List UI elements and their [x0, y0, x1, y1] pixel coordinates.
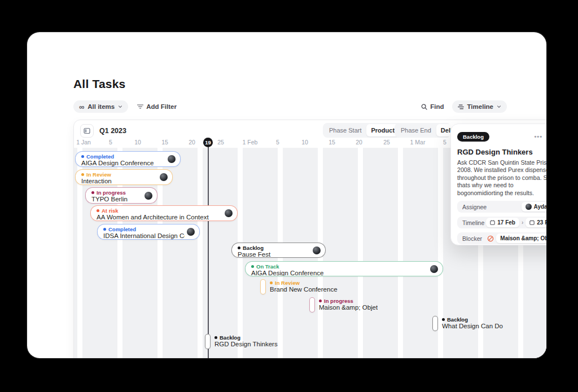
- task-title: AIGA Design Conference: [81, 160, 165, 167]
- today-marker[interactable]: 19: [203, 138, 213, 147]
- task-status: In progress: [319, 298, 378, 304]
- blocked-icon: [487, 235, 494, 242]
- milestone-task[interactable]: Backlog What Design Can Do: [432, 316, 503, 331]
- blocker-label: Blocker: [462, 235, 482, 242]
- ruler-tick: 25: [217, 139, 224, 146]
- screen: All Tasks ∞ All items Add Filter Find Ti…: [0, 0, 578, 392]
- task-title: RGD Design Thinkers: [214, 341, 278, 348]
- popup-description: Ask CDCR San Quintin State Prison 2008. …: [457, 159, 546, 197]
- timeline-start-date[interactable]: 17 Feb: [486, 218, 519, 227]
- chevron-down-icon: [497, 104, 501, 109]
- task-title: AIGA Design Conference: [251, 270, 428, 276]
- blocker-value[interactable]: Maison &amp; Objet: [496, 234, 546, 243]
- milestone-task[interactable]: In progress Maison &amp; Objet: [309, 297, 378, 312]
- add-filter-label: Add Filter: [146, 103, 177, 110]
- timeline-field: Timeline 17 Feb › 23 Feb: [457, 217, 546, 228]
- status-dot-icon: [442, 318, 445, 321]
- ruler-tick: 15: [329, 139, 335, 146]
- phase-end-dropdown[interactable]: Delivery Ta: [436, 124, 451, 136]
- page-title: All Tasks: [73, 77, 125, 91]
- task-detail-popup: Backlog ••• RGD Design Thinkers Ask CDCR…: [450, 124, 546, 245]
- all-items-label: All items: [87, 103, 115, 110]
- assignee-avatar: [144, 192, 152, 200]
- status-dot-icon: [97, 209, 99, 212]
- task-status: Backlog: [442, 316, 503, 323]
- sidebar-toggle-button[interactable]: [80, 124, 94, 138]
- add-filter-button[interactable]: Add Filter: [137, 103, 177, 110]
- task-title: Pause Fest: [238, 251, 310, 258]
- ruler-tick: 5: [443, 139, 446, 146]
- blocker-task-name: Maison &amp; Objet: [500, 235, 546, 241]
- task-status: In Review: [81, 171, 157, 178]
- task-title: TYPO Berlin: [91, 196, 142, 203]
- task-status: On Track: [251, 263, 428, 270]
- more-icon[interactable]: •••: [534, 133, 542, 140]
- status-badge[interactable]: Backlog: [457, 132, 489, 142]
- task-bar[interactable]: In Review Interaction: [75, 169, 173, 185]
- all-items-filter[interactable]: ∞ All items: [73, 100, 128, 113]
- milestone-task[interactable]: Backlog RGD Design Thinkers: [205, 334, 278, 349]
- infinity-icon: ∞: [79, 103, 84, 111]
- task-status: At risk: [97, 208, 222, 214]
- view-switcher[interactable]: Timeline: [452, 100, 507, 113]
- find-button[interactable]: Find: [421, 103, 444, 110]
- phase-end-label: Phase End: [396, 127, 436, 134]
- status-dot-icon: [103, 228, 106, 231]
- ruler-tick: 1 Jan: [76, 139, 91, 146]
- start-date: 17 Feb: [497, 219, 515, 226]
- phase-end-value: Delivery Ta: [441, 127, 451, 134]
- blocker-field: Blocker Maison &amp; Objet: [457, 232, 546, 244]
- assignee-avatar: [225, 209, 233, 217]
- task-status: In Review: [270, 280, 338, 286]
- task-title: Brand New Conference: [270, 286, 338, 293]
- assignee-avatar: [168, 155, 176, 163]
- task-status: Completed: [103, 226, 185, 232]
- popup-title: RGD Design Thinkers: [457, 148, 546, 156]
- app-window: All Tasks ∞ All items Add Filter Find Ti…: [27, 32, 546, 358]
- popup-header: Backlog •••: [457, 130, 546, 143]
- status-dot-icon: [238, 246, 240, 249]
- task-bar[interactable]: Backlog Pause Fest: [231, 243, 326, 258]
- status-dot-icon: [251, 265, 254, 268]
- timeline-end-date[interactable]: 23 Feb: [526, 218, 546, 227]
- task-bar[interactable]: Completed AIGA Design Conference: [75, 151, 181, 167]
- task-bar[interactable]: In progress TYPO Berlin: [85, 187, 157, 204]
- ruler-tick: 5: [109, 139, 112, 146]
- task-status: Backlog: [214, 334, 278, 341]
- milestone-pill[interactable]: [260, 279, 266, 294]
- ruler-tick: 1 Mar: [410, 139, 426, 146]
- find-label: Find: [430, 103, 444, 110]
- assignee-avatar: [160, 173, 168, 181]
- task-bar[interactable]: On Track AIGA Design Conference: [245, 261, 443, 276]
- milestone-pill[interactable]: [205, 334, 211, 349]
- assignee-label: Assignee: [462, 204, 487, 210]
- status-dot-icon: [319, 299, 322, 302]
- calendar-icon: [529, 220, 535, 225]
- calendar-icon: [490, 220, 495, 225]
- ruler-tick: 15: [161, 139, 168, 146]
- assignee-avatar: [313, 246, 321, 254]
- ruler-tick: 20: [189, 139, 195, 146]
- task-bar[interactable]: At risk AA Women and Architecture in Con…: [90, 205, 238, 221]
- status-dot-icon: [270, 281, 273, 284]
- ruler-tick: 1 Feb: [243, 139, 258, 146]
- ruler-tick: 25: [383, 139, 390, 146]
- milestone-pill[interactable]: [309, 297, 315, 312]
- status-dot-icon: [81, 155, 84, 158]
- status-dot-icon: [81, 173, 84, 176]
- chevron-right-icon: ›: [522, 219, 523, 226]
- ruler-tick: 5: [276, 139, 279, 146]
- assignee-value[interactable]: Ayda O.: [522, 202, 546, 212]
- task-title: AA Women and Architecture in Context: [97, 214, 222, 221]
- milestone-task[interactable]: In Review Brand New Conference: [260, 279, 338, 294]
- assignee-avatar: [430, 265, 438, 273]
- timeline-icon: [458, 104, 464, 109]
- today-line: [208, 147, 209, 358]
- task-bar[interactable]: Completed IDSA International Design Conf…: [97, 224, 200, 240]
- filter-icon: [137, 104, 143, 109]
- ruler-tick: 10: [134, 139, 141, 146]
- status-dot-icon: [214, 336, 217, 339]
- sidebar-panel-icon: [84, 127, 90, 134]
- assignee-avatar: [526, 204, 532, 210]
- milestone-pill[interactable]: [432, 316, 438, 331]
